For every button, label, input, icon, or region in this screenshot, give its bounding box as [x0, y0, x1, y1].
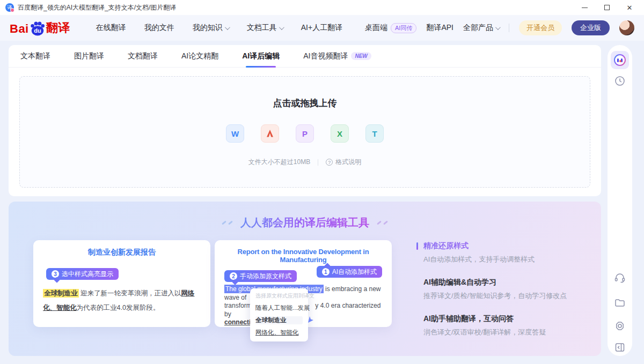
all-products-menu[interactable]: 全部产品 [463, 23, 499, 33]
upload-note: 文件大小不超过10MB ? 格式说明 [248, 158, 361, 167]
desktop-client-link[interactable]: 桌面端 AI同传 [365, 23, 416, 33]
logo-name: 翻译 [46, 20, 70, 36]
nav-label: 我的知识 [193, 23, 223, 33]
feature-list: 精准还原样式 AI自动添加样式，支持手动调整样式 AI辅助编辑&自动学习 推荐译… [416, 240, 594, 351]
word-file-icon: W [226, 124, 244, 143]
translate-tabs: 文本翻译 图片翻译 文档翻译 AI论文精翻 AI译后编辑 AI音视频翻译 NEW [9, 45, 601, 68]
badge-label: AI自动添加样式 [332, 268, 377, 277]
open-membership-button[interactable]: 开通会员 [519, 20, 562, 35]
format-help-link[interactable]: ? 格式说明 [326, 158, 361, 167]
format-help-label: 格式说明 [335, 158, 361, 167]
feature-title: AI辅助编辑&自动学习 [423, 278, 594, 287]
sparkle-right-icon [377, 222, 388, 224]
nav-label: 在线翻译 [96, 23, 126, 33]
svg-text:du: du [34, 27, 41, 34]
files-button[interactable] [613, 296, 626, 309]
dropdown-item-label: 全球制造业 [255, 317, 287, 323]
dropdown-item: 网络化、智能化 [255, 329, 303, 337]
desktop-label: 桌面端 [365, 23, 387, 33]
header-right: 桌面端 AI同传 翻译API 全部产品 开通会员 企业版 [365, 20, 634, 35]
header-divider [509, 24, 509, 32]
feature-ai-assist-edit[interactable]: AI辅助编辑&自动学习 推荐译文/质检/智能知识参考，自动学习修改点 [416, 278, 594, 301]
nav-label: AI+人工翻译 [301, 23, 342, 33]
folder-icon [613, 296, 626, 309]
nav-my-knowledge[interactable]: 我的知识 [193, 23, 229, 33]
collapse-panel-button[interactable] [613, 341, 626, 354]
txt-file-icon: T [365, 124, 384, 143]
promo-panel: 人人都会用的译后编辑工具 制造业创新发展报告 3 选中样式高亮显示 全球制造业 … [9, 202, 601, 356]
ppt-file-icon: P [296, 124, 314, 143]
feature-restore-style[interactable]: 精准还原样式 AI自动添加样式，支持手动调整样式 [416, 241, 594, 264]
feature-title: AI助手辅助翻译，互动问答 [423, 314, 594, 324]
result-style-card: Report on the Innovative Development in … [215, 240, 392, 327]
badge-label: 手动添加原文样式 [240, 272, 291, 281]
window-titlebar: 译 百度翻译_领先的AI大模型翻译_支持文本/文档/图片翻译 ✕ [0, 0, 644, 15]
excel-file-icon: X [331, 124, 349, 143]
chevron-down-icon [225, 25, 230, 30]
products-label: 全部产品 [463, 23, 493, 33]
main-nav: 在线翻译 我的文件 我的知识 文档工具 AI+人工翻译 [96, 23, 342, 33]
dropdown-header: 选择原文样式应用到译文 [255, 292, 303, 300]
clock-icon [614, 75, 626, 87]
feature-desc: 润色译文/双语审校/翻译详解，深度答疑 [423, 328, 594, 337]
window-title: 百度翻译_领先的AI大模型翻译_支持文本/文档/图片翻译 [18, 3, 575, 12]
ai-assistant-button[interactable] [611, 51, 629, 69]
tab-ai-paper-translate[interactable]: AI论文精翻 [181, 45, 218, 68]
baidu-translate-logo[interactable]: Bai du 翻译 [10, 20, 70, 36]
customer-support-button[interactable] [613, 272, 626, 285]
promo-title: 人人都会用的译后编辑工具 [240, 216, 369, 230]
upload-title: 点击或拖拽上传 [273, 97, 337, 109]
dropdown-item: 随着人工智能...发展 [255, 304, 303, 312]
style-dropdown: 选择原文样式应用到译文 随着人工智能...发展 全球制造业 网络化、智能化 [250, 288, 308, 341]
size-limit-note: 文件大小不超过10MB [248, 158, 310, 167]
nav-ai-human-translate[interactable]: AI+人工翻译 [301, 23, 342, 33]
feature-ai-qa[interactable]: AI助手辅助翻译，互动问答 润色译文/双语审校/翻译详解，深度答疑 [416, 314, 594, 337]
badge-label: 选中样式高亮显示 [62, 270, 113, 279]
source-text: 全球制造业 迎来了新一轮变革浪潮，正进入以网络化、智能化为代表的工业4.0发展阶… [43, 286, 201, 315]
upload-dropzone[interactable]: 点击或拖拽上传 W P X T 文件大小不超过10MB ? 格式说明 [19, 76, 590, 188]
app-icon: 译 [5, 3, 14, 12]
user-avatar[interactable] [619, 20, 634, 35]
minimize-icon [582, 8, 588, 8]
highlight-style-badge: 3 选中样式高亮显示 [46, 268, 119, 280]
enterprise-button[interactable]: 企业版 [572, 20, 610, 35]
ai-style-badge: 1 AI自动添加样式 [317, 266, 382, 278]
history-button[interactable] [614, 75, 626, 87]
tab-text-translate[interactable]: 文本翻译 [20, 45, 50, 68]
badge-number: 1 [322, 268, 330, 276]
nav-my-files[interactable]: 我的文件 [144, 23, 174, 33]
tab-ai-post-edit[interactable]: AI译后编辑 [242, 45, 280, 68]
feature-title: 精准还原样式 [423, 241, 594, 251]
nav-online-translate[interactable]: 在线翻译 [96, 23, 126, 33]
new-badge: NEW [351, 52, 371, 60]
tab-doc-translate[interactable]: 文档翻译 [128, 45, 158, 68]
minimize-button[interactable] [575, 1, 594, 14]
result-doc-title: Report on the Innovative Development in … [224, 248, 382, 264]
tab-label: AI音视频翻译 [303, 51, 348, 61]
file-type-icons: W P X T [226, 124, 384, 143]
nav-label: 我的文件 [144, 23, 174, 33]
dropdown-item: 全球制造业 [255, 316, 303, 324]
baidu-paw-icon: du [30, 21, 46, 36]
sparkle-left-icon [222, 222, 233, 224]
nav-doc-tools[interactable]: 文档工具 [247, 23, 283, 33]
maximize-button[interactable] [598, 1, 616, 14]
close-button[interactable]: ✕ [620, 1, 639, 14]
translate-api-link[interactable]: 翻译API [426, 23, 453, 33]
highlighted-term: 全球制造业 [43, 289, 79, 298]
headset-icon [613, 272, 626, 285]
feature-desc: 推荐译文/质检/智能知识参考，自动学习修改点 [423, 291, 594, 301]
tab-ai-av-translate[interactable]: AI音视频翻译 NEW [303, 45, 371, 68]
badge-number: 2 [230, 272, 237, 280]
cursor-icon [306, 315, 314, 324]
gear-icon [613, 320, 626, 332]
question-icon: ? [326, 159, 333, 166]
source-style-card: 制造业创新发展报告 3 选中样式高亮显示 全球制造业 迎来了新一轮变革浪潮，正进… [33, 240, 210, 327]
settings-button[interactable] [613, 320, 626, 332]
logo-bai: Bai [10, 22, 29, 36]
collapse-icon [613, 341, 626, 354]
site-header: Bai du 翻译 在线翻译 我的文件 我的知识 文档工具 AI+人工翻译 桌面… [0, 15, 644, 41]
nav-label: 文档工具 [247, 23, 277, 33]
tab-image-translate[interactable]: 图片翻译 [74, 45, 104, 68]
pdf-file-icon [261, 124, 279, 143]
